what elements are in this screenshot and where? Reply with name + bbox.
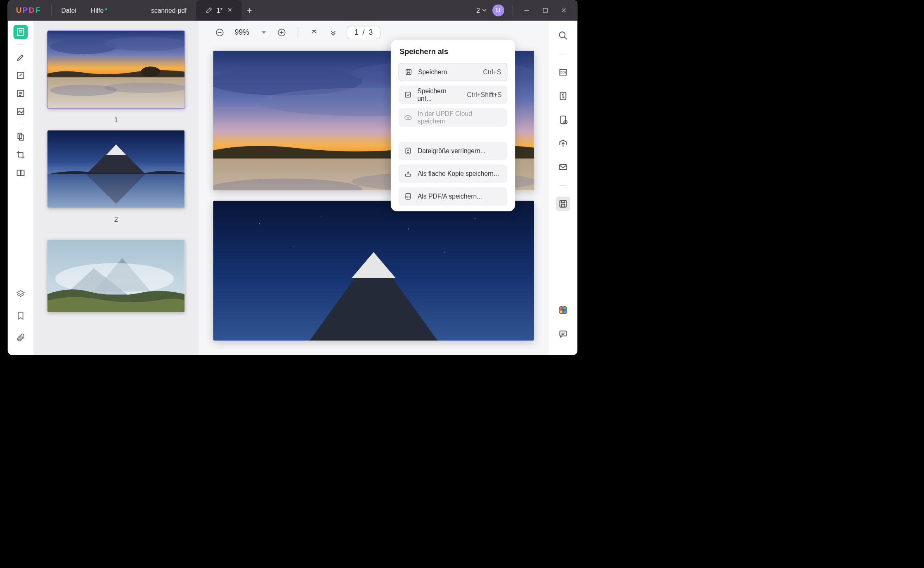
main-viewer: 99% 1 / 3 (199, 21, 548, 355)
svg-point-51 (292, 247, 293, 247)
saveas-shortcut: Ctrl+S (483, 68, 501, 76)
thumbnail-panel: 1 (33, 21, 199, 355)
tool-bookmark[interactable] (14, 309, 28, 323)
svg-point-31 (55, 263, 174, 294)
saveas-label: In der UPDF Cloud speichern (418, 110, 502, 125)
pdfa-icon: PDF/A (404, 192, 412, 200)
svg-rect-75 (561, 201, 565, 203)
tool-highlight[interactable] (14, 50, 28, 64)
saveas-item-saveas[interactable]: Speichern unt... Ctrl+Shift+S (399, 85, 508, 104)
tool-edit-text[interactable] (14, 68, 28, 83)
close-button[interactable] (556, 3, 571, 18)
maximize-icon (542, 7, 548, 13)
svg-point-48 (321, 216, 321, 216)
thumbnail-page-2[interactable] (47, 130, 185, 208)
first-page-button[interactable] (309, 27, 320, 38)
reduce-icon (404, 147, 412, 155)
tool-ai[interactable] (556, 303, 570, 317)
prev-page-button[interactable] (328, 27, 339, 38)
tab-document-0[interactable]: scanned-pdf (142, 0, 196, 21)
tool-share[interactable] (556, 136, 570, 151)
tool-ocr[interactable]: OCR (556, 65, 570, 80)
close-icon[interactable]: ✕ (227, 7, 233, 13)
tool-comment[interactable] (556, 327, 570, 341)
minimize-button[interactable] (519, 3, 534, 18)
saveas-label: Dateigröße verringern... (418, 147, 486, 155)
svg-point-49 (408, 229, 409, 230)
saveas-panel: Speichern als Speichern Ctrl+S Speichern… (391, 40, 515, 211)
tool-mail[interactable] (556, 160, 570, 175)
svg-point-22 (104, 83, 185, 93)
tool-insert[interactable] (556, 113, 570, 127)
saveas-label: Speichern (418, 68, 447, 76)
eraser-icon (205, 7, 213, 14)
svg-rect-57 (407, 72, 410, 74)
svg-point-50 (475, 218, 475, 219)
svg-point-52 (444, 252, 445, 253)
tool-layers[interactable] (14, 287, 28, 301)
maximize-button[interactable] (538, 3, 553, 18)
svg-rect-76 (561, 204, 565, 207)
sidebar-right: OCR (548, 21, 577, 355)
tab-document-1[interactable]: 1* ✕ (196, 0, 242, 21)
saveas-item-save[interactable]: Speichern Ctrl+S (399, 63, 508, 81)
tool-form[interactable] (14, 86, 28, 101)
window-count-dropdown[interactable]: 2 (476, 6, 487, 14)
tool-compare[interactable] (14, 166, 28, 180)
tab-label: scanned-pdf (151, 7, 187, 14)
thumbnail-page-3[interactable] (47, 240, 185, 312)
tool-save[interactable] (556, 196, 570, 211)
tab-label: 1* (217, 7, 223, 14)
svg-point-19 (141, 66, 161, 77)
tool-search[interactable] (556, 28, 570, 43)
saveas-label: Als PDF/A speichern... (418, 193, 482, 200)
menu-file[interactable]: Datei (54, 7, 83, 14)
flatten-icon (404, 170, 412, 178)
saveas-label: Speichern unt... (417, 87, 461, 102)
chevron-down-icon (262, 31, 266, 34)
cloud-icon (404, 114, 412, 121)
document-tabs: scanned-pdf 1* ✕ + (142, 0, 258, 21)
user-avatar[interactable]: U (492, 5, 504, 17)
thumbnail-label-2: 2 (114, 215, 118, 223)
zoom-in-button[interactable] (276, 27, 288, 38)
svg-rect-1 (543, 8, 547, 12)
saveas-item-flatten[interactable]: Als flache Kopie speichern... (399, 164, 508, 183)
thumbnail-page-1[interactable] (47, 31, 185, 109)
saveas-shortcut: Ctrl+Shift+S (467, 91, 501, 98)
svg-point-80 (562, 310, 567, 314)
svg-marker-15 (17, 291, 24, 294)
sidebar-left (8, 21, 34, 355)
tool-reader[interactable] (14, 25, 28, 39)
tool-convert[interactable] (556, 89, 570, 103)
saveas-label: Als flache Kopie speichern... (418, 170, 499, 178)
svg-rect-58 (405, 92, 410, 97)
page-indicator[interactable]: 1 / 3 (347, 26, 380, 40)
tool-attachment[interactable] (14, 330, 28, 345)
minimize-icon (524, 7, 529, 13)
saveas-title: Speichern als (399, 47, 508, 56)
saveas-item-cloud: In der UPDF Cloud speichern (399, 108, 508, 127)
zoom-percent: 99% (235, 28, 249, 37)
saveas-item-pdfa[interactable]: PDF/A Als PDF/A speichern... (399, 187, 508, 206)
svg-text:OCR: OCR (560, 71, 566, 74)
page-2[interactable] (213, 201, 534, 341)
zoom-dropdown[interactable] (257, 27, 269, 38)
svg-point-18 (104, 37, 185, 51)
chevron-down-icon (482, 9, 487, 12)
svg-text:PDF/A: PDF/A (405, 196, 411, 198)
tool-crop[interactable] (14, 148, 28, 162)
saveas-item-reduce[interactable]: Dateigröße verringern... (399, 142, 508, 160)
zoom-out-button[interactable] (214, 27, 226, 38)
thumbnail-label-1: 1 (114, 116, 118, 124)
svg-line-64 (564, 37, 567, 39)
app-logo: UPDF (8, 6, 49, 14)
tool-stamp[interactable] (14, 104, 28, 119)
menu-help[interactable]: Hilfe (84, 7, 111, 14)
svg-point-47 (259, 223, 260, 224)
new-tab-button[interactable]: + (242, 5, 258, 15)
close-icon (561, 7, 567, 13)
tool-organize[interactable] (14, 130, 28, 144)
saveas-icon (404, 91, 411, 99)
titlebar: UPDF Datei Hilfe scanned-pdf 1* ✕ + 2 (8, 0, 578, 21)
